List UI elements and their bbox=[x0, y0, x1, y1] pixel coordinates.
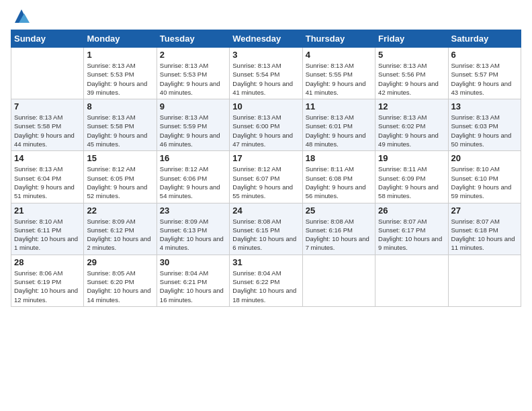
calendar-cell: 16Sunrise: 8:12 AMSunset: 6:06 PMDayligh… bbox=[157, 151, 229, 203]
day-number: 7 bbox=[14, 101, 81, 111]
calendar-cell: 19Sunrise: 8:11 AMSunset: 6:09 PMDayligh… bbox=[375, 151, 448, 203]
day-number: 8 bbox=[87, 101, 153, 111]
day-number: 30 bbox=[160, 257, 226, 267]
header-day-wednesday: Wednesday bbox=[230, 30, 302, 48]
calendar-cell: 12Sunrise: 8:13 AMSunset: 6:02 PMDayligh… bbox=[375, 99, 448, 151]
day-number: 5 bbox=[378, 50, 445, 60]
day-number: 17 bbox=[232, 153, 299, 163]
header-day-friday: Friday bbox=[375, 30, 448, 48]
day-info: Sunrise: 8:11 AMSunset: 6:08 PMDaylight:… bbox=[306, 165, 372, 200]
calendar-cell bbox=[448, 255, 521, 306]
logo-icon bbox=[12, 7, 31, 26]
calendar-cell bbox=[302, 255, 375, 306]
calendar-cell: 26Sunrise: 8:07 AMSunset: 6:17 PMDayligh… bbox=[375, 203, 448, 255]
day-info: Sunrise: 8:13 AMSunset: 6:02 PMDaylight:… bbox=[378, 113, 445, 148]
logo bbox=[11, 7, 31, 26]
day-number: 9 bbox=[160, 101, 226, 111]
calendar-cell: 22Sunrise: 8:09 AMSunset: 6:12 PMDayligh… bbox=[84, 203, 157, 255]
calendar-week-row: 1Sunrise: 8:13 AMSunset: 5:53 PMDaylight… bbox=[11, 48, 521, 99]
day-number: 19 bbox=[378, 153, 445, 163]
calendar-cell bbox=[11, 48, 84, 99]
calendar-cell: 24Sunrise: 8:08 AMSunset: 6:15 PMDayligh… bbox=[230, 203, 302, 255]
day-number: 4 bbox=[306, 50, 372, 60]
day-number: 28 bbox=[14, 257, 81, 267]
day-info: Sunrise: 8:13 AMSunset: 5:53 PMDaylight:… bbox=[87, 61, 153, 97]
day-number: 1 bbox=[87, 50, 153, 60]
day-number: 26 bbox=[378, 205, 445, 216]
day-info: Sunrise: 8:13 AMSunset: 5:59 PMDaylight:… bbox=[160, 113, 226, 148]
day-info: Sunrise: 8:13 AMSunset: 6:01 PMDaylight:… bbox=[306, 113, 372, 148]
calendar-cell: 5Sunrise: 8:13 AMSunset: 5:56 PMDaylight… bbox=[375, 48, 448, 99]
day-number: 6 bbox=[451, 50, 518, 60]
day-number: 31 bbox=[232, 257, 299, 267]
calendar-cell: 29Sunrise: 8:05 AMSunset: 6:20 PMDayligh… bbox=[84, 255, 157, 306]
calendar-cell: 28Sunrise: 8:06 AMSunset: 6:19 PMDayligh… bbox=[11, 255, 84, 306]
calendar-cell: 6Sunrise: 8:13 AMSunset: 5:57 PMDaylight… bbox=[448, 48, 521, 99]
header-day-tuesday: Tuesday bbox=[157, 30, 229, 48]
day-number: 22 bbox=[87, 205, 153, 216]
day-number: 2 bbox=[160, 50, 226, 60]
calendar-cell: 20Sunrise: 8:10 AMSunset: 6:10 PMDayligh… bbox=[448, 151, 521, 203]
day-info: Sunrise: 8:13 AMSunset: 5:57 PMDaylight:… bbox=[451, 61, 518, 97]
day-number: 20 bbox=[451, 153, 518, 163]
day-info: Sunrise: 8:12 AMSunset: 6:05 PMDaylight:… bbox=[87, 165, 153, 200]
day-info: Sunrise: 8:06 AMSunset: 6:19 PMDaylight:… bbox=[14, 269, 81, 304]
calendar-cell: 10Sunrise: 8:13 AMSunset: 6:00 PMDayligh… bbox=[230, 99, 302, 151]
calendar-cell: 8Sunrise: 8:13 AMSunset: 5:58 PMDaylight… bbox=[84, 99, 157, 151]
day-number: 25 bbox=[306, 205, 372, 216]
calendar-cell bbox=[375, 255, 448, 306]
calendar-week-row: 7Sunrise: 8:13 AMSunset: 5:58 PMDaylight… bbox=[11, 99, 521, 151]
header bbox=[11, 7, 521, 26]
day-info: Sunrise: 8:13 AMSunset: 6:04 PMDaylight:… bbox=[14, 165, 81, 200]
calendar-cell: 15Sunrise: 8:12 AMSunset: 6:05 PMDayligh… bbox=[84, 151, 157, 203]
day-number: 21 bbox=[14, 205, 81, 216]
day-number: 27 bbox=[451, 205, 518, 216]
calendar-cell: 1Sunrise: 8:13 AMSunset: 5:53 PMDaylight… bbox=[84, 48, 157, 99]
day-info: Sunrise: 8:04 AMSunset: 6:22 PMDaylight:… bbox=[232, 269, 299, 304]
day-info: Sunrise: 8:11 AMSunset: 6:09 PMDaylight:… bbox=[378, 165, 445, 200]
calendar-cell: 13Sunrise: 8:13 AMSunset: 6:03 PMDayligh… bbox=[448, 99, 521, 151]
calendar-cell: 7Sunrise: 8:13 AMSunset: 5:58 PMDaylight… bbox=[11, 99, 84, 151]
calendar-week-row: 14Sunrise: 8:13 AMSunset: 6:04 PMDayligh… bbox=[11, 151, 521, 203]
day-number: 13 bbox=[451, 101, 518, 111]
calendar-cell: 3Sunrise: 8:13 AMSunset: 5:54 PMDaylight… bbox=[230, 48, 302, 99]
calendar-cell: 2Sunrise: 8:13 AMSunset: 5:53 PMDaylight… bbox=[157, 48, 229, 99]
header-day-thursday: Thursday bbox=[302, 30, 375, 48]
day-info: Sunrise: 8:09 AMSunset: 6:13 PMDaylight:… bbox=[160, 217, 226, 253]
day-info: Sunrise: 8:08 AMSunset: 6:15 PMDaylight:… bbox=[232, 217, 299, 253]
page: SundayMondayTuesdayWednesdayThursdayFrid… bbox=[0, 0, 532, 411]
day-info: Sunrise: 8:12 AMSunset: 6:07 PMDaylight:… bbox=[232, 165, 299, 200]
calendar-cell: 25Sunrise: 8:08 AMSunset: 6:16 PMDayligh… bbox=[302, 203, 375, 255]
day-info: Sunrise: 8:13 AMSunset: 5:55 PMDaylight:… bbox=[306, 61, 372, 97]
day-info: Sunrise: 8:07 AMSunset: 6:17 PMDaylight:… bbox=[378, 217, 445, 253]
calendar-cell: 9Sunrise: 8:13 AMSunset: 5:59 PMDaylight… bbox=[157, 99, 229, 151]
day-number: 24 bbox=[232, 205, 299, 216]
day-number: 23 bbox=[160, 205, 226, 216]
day-number: 29 bbox=[87, 257, 153, 267]
calendar-cell: 11Sunrise: 8:13 AMSunset: 6:01 PMDayligh… bbox=[302, 99, 375, 151]
day-info: Sunrise: 8:13 AMSunset: 6:03 PMDaylight:… bbox=[451, 113, 518, 148]
day-info: Sunrise: 8:05 AMSunset: 6:20 PMDaylight:… bbox=[87, 269, 153, 304]
header-day-monday: Monday bbox=[84, 30, 157, 48]
day-info: Sunrise: 8:13 AMSunset: 5:54 PMDaylight:… bbox=[232, 61, 299, 97]
calendar-week-row: 21Sunrise: 8:10 AMSunset: 6:11 PMDayligh… bbox=[11, 203, 521, 255]
day-info: Sunrise: 8:13 AMSunset: 5:56 PMDaylight:… bbox=[378, 61, 445, 97]
day-number: 18 bbox=[306, 153, 372, 163]
day-info: Sunrise: 8:13 AMSunset: 5:53 PMDaylight:… bbox=[160, 61, 226, 97]
day-number: 16 bbox=[160, 153, 226, 163]
day-number: 14 bbox=[14, 153, 81, 163]
calendar-header-row: SundayMondayTuesdayWednesdayThursdayFrid… bbox=[11, 30, 521, 48]
day-info: Sunrise: 8:09 AMSunset: 6:12 PMDaylight:… bbox=[87, 217, 153, 253]
day-info: Sunrise: 8:12 AMSunset: 6:06 PMDaylight:… bbox=[160, 165, 226, 200]
calendar-week-row: 28Sunrise: 8:06 AMSunset: 6:19 PMDayligh… bbox=[11, 255, 521, 306]
calendar-cell: 27Sunrise: 8:07 AMSunset: 6:18 PMDayligh… bbox=[448, 203, 521, 255]
day-info: Sunrise: 8:04 AMSunset: 6:21 PMDaylight:… bbox=[160, 269, 226, 304]
day-info: Sunrise: 8:10 AMSunset: 6:11 PMDaylight:… bbox=[14, 217, 81, 253]
calendar-cell: 18Sunrise: 8:11 AMSunset: 6:08 PMDayligh… bbox=[302, 151, 375, 203]
day-number: 11 bbox=[306, 101, 372, 111]
calendar-cell: 23Sunrise: 8:09 AMSunset: 6:13 PMDayligh… bbox=[157, 203, 229, 255]
day-info: Sunrise: 8:08 AMSunset: 6:16 PMDaylight:… bbox=[306, 217, 372, 253]
calendar-cell: 14Sunrise: 8:13 AMSunset: 6:04 PMDayligh… bbox=[11, 151, 84, 203]
calendar-cell: 31Sunrise: 8:04 AMSunset: 6:22 PMDayligh… bbox=[230, 255, 302, 306]
header-day-saturday: Saturday bbox=[448, 30, 521, 48]
